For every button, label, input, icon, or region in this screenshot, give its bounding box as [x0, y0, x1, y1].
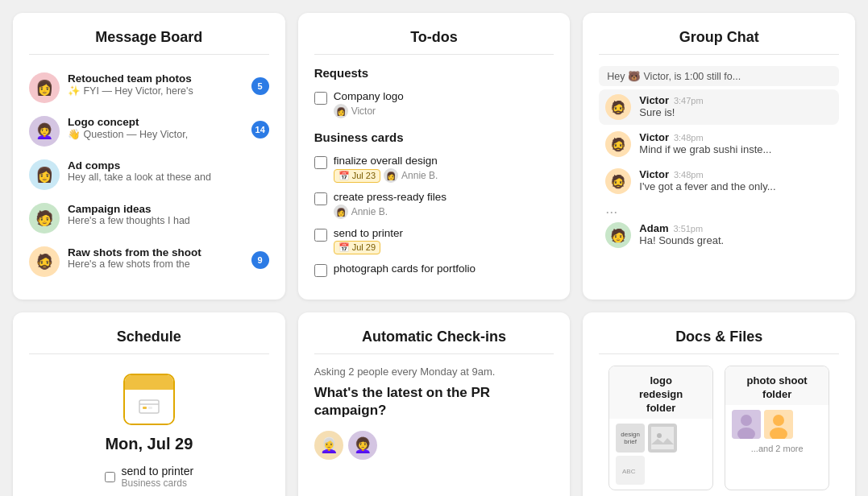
docs-files-card: Docs & Files logoredesignfolder designbr… — [583, 312, 855, 496]
todo-text: Company logo — [334, 90, 404, 102]
doc-card-logo[interactable]: logoredesignfolder designbrief — [608, 366, 713, 490]
msg-preview-retouched: ✨ FYI — Hey Victor, here's — [68, 85, 243, 97]
todo-meta: 📅 Jul 23👩Annie B. — [334, 168, 438, 183]
message-board-title: Message Board — [29, 29, 269, 46]
chat-name-2: Victor — [639, 168, 669, 180]
msg-content-adcomps: Ad comps Hey all, take a look at these a… — [68, 159, 269, 183]
todo-meta: 👩Annie B. — [334, 205, 446, 219]
schedule-title: Schedule — [29, 329, 269, 345]
checkins-title: Automatic Check-ins — [314, 329, 554, 345]
chat-time-0: 3:47pm — [674, 96, 704, 105]
svg-text:ABC: ABC — [622, 468, 636, 475]
todo-person-name: Annie B. — [401, 170, 438, 181]
todo-meta: 📅 Jul 29 — [334, 241, 403, 254]
chat-avatar-3: 🧑 — [605, 222, 631, 248]
chat-name-3: Adam — [639, 222, 668, 234]
svg-rect-4 — [651, 427, 674, 449]
chat-time-2: 3:48pm — [674, 170, 704, 180]
chat-message-0[interactable]: 🧔 Victor 3:47pm Sure is! — [599, 89, 839, 125]
todo-date: 📅 Jul 23 — [334, 169, 380, 183]
todo-text-group: Company logo 👩Victor — [334, 90, 404, 118]
msg-item-campaign[interactable]: 🧑 Campaign ideas Here's a few thoughts I… — [29, 196, 269, 240]
chat-info-0: Victor 3:47pm Sure is! — [639, 94, 833, 120]
todo-checkbox[interactable] — [314, 264, 327, 277]
msg-item-rawshots[interactable]: 🧔 Raw shots from the shoot Here's a few … — [29, 240, 269, 283]
chat-dots: ... — [599, 200, 839, 217]
msg-avatar-rawshots: 🧔 — [29, 246, 60, 277]
todo-text-group: create press-ready files 👩Annie B. — [334, 191, 446, 219]
svg-point-9 — [741, 415, 752, 426]
msg-title-adcomps: Ad comps — [68, 159, 269, 172]
chat-msg-3: Ha! Sounds great. — [639, 234, 833, 246]
doc-files-photoshoot — [725, 405, 829, 444]
msg-content-rawshots: Raw shots from the shoot Here's a few sh… — [68, 246, 243, 270]
chat-msg-2: I've got a fever and the only... — [639, 180, 833, 192]
doc-thumb-victor — [764, 410, 793, 439]
chat-list: 🧔 Victor 3:47pm Sure is! 🧔 Victor 3:48pm… — [599, 89, 839, 253]
msg-avatar-retouched: 👩 — [29, 72, 60, 103]
chat-top-message: Hey 🐻 Victor, is 1:00 still fo... — [599, 66, 839, 86]
group-chat-card: Group Chat Hey 🐻 Victor, is 1:00 still f… — [583, 13, 855, 300]
todo-item: send to printer 📅 Jul 29 — [314, 223, 554, 258]
msg-preview-rawshots: Here's a few shots from the — [68, 258, 243, 270]
doc-card-photoshoot[interactable]: photo shootfolder — [725, 366, 829, 490]
msg-title-campaign: Campaign ideas — [68, 203, 269, 215]
todo-checkbox[interactable] — [314, 192, 327, 205]
schedule-checkbox[interactable] — [105, 472, 115, 482]
msg-content-retouched: Retouched team photos ✨ FYI — Hey Victor… — [68, 72, 243, 97]
schedule-todo-text: send to printer — [122, 465, 194, 477]
msg-preview-logo: 👋 Question — Hey Victor, — [68, 128, 243, 140]
doc-more-count: ...and 2 more — [725, 444, 829, 460]
checkins-card: Automatic Check-ins Asking 2 people ever… — [298, 312, 571, 496]
chat-message-1[interactable]: 🧔 Victor 3:48pm Mind if we grab sushi in… — [599, 126, 839, 162]
todo-person-avatar: 👩 — [384, 168, 398, 183]
chat-avatar-2: 🧔 — [605, 168, 631, 194]
chat-message-3[interactable]: 🧑 Adam 3:51pm Ha! Sounds great. — [599, 217, 839, 253]
doc-files-logo: designbrief ABC — [609, 419, 712, 490]
todos-section-label: Business cards — [314, 130, 554, 144]
chat-message-2[interactable]: 🧔 Victor 3:48pm I've got a fever and the… — [599, 163, 839, 199]
main-grid: Message Board 👩 Retouched team photos ✨ … — [13, 13, 855, 496]
doc-thumb-design-brief: designbrief — [616, 424, 645, 453]
cal-body — [125, 390, 173, 424]
msg-badge-retouched: 5 — [251, 77, 269, 95]
todo-text-group: finalize overall design 📅 Jul 23👩Annie B… — [334, 155, 438, 183]
doc-image-icon — [651, 427, 674, 449]
message-list: 👩 Retouched team photos ✨ FYI — Hey Vict… — [29, 66, 269, 283]
todo-text: finalize overall design — [334, 155, 438, 167]
todo-person-name: Victor — [351, 105, 376, 117]
msg-badge-logo: 14 — [251, 121, 269, 138]
chat-avatar-0: 🧔 — [605, 94, 631, 120]
msg-title-logo: Logo concept — [68, 116, 243, 128]
msg-title-retouched: Retouched team photos — [68, 72, 243, 85]
checkin-avatars: 👩‍🦳 👩‍🦱 — [314, 431, 554, 460]
chat-info-3: Adam 3:51pm Ha! Sounds great. — [639, 222, 833, 248]
checkin-avatar-1: 👩‍🦳 — [314, 431, 343, 460]
todo-checkbox[interactable] — [314, 229, 327, 242]
todo-person-name: Annie B. — [351, 206, 388, 217]
chat-name-1: Victor — [639, 131, 669, 143]
svg-point-12 — [773, 415, 784, 426]
msg-item-retouched[interactable]: 👩 Retouched team photos ✨ FYI — Hey Vict… — [29, 66, 269, 110]
todo-item: Company logo 👩Victor — [314, 86, 554, 122]
todos-title: To-dos — [314, 29, 554, 46]
todo-meta: 👩Victor — [334, 104, 404, 118]
schedule-card: Schedule Mon, Jul 29 send to print — [13, 312, 285, 496]
msg-item-adcomps[interactable]: 👩 Ad comps Hey all, take a look at these… — [29, 153, 269, 196]
todo-text: photograph cards for portfolio — [334, 262, 476, 275]
chat-msg-0: Sure is! — [639, 106, 833, 118]
todo-person-avatar: 👩 — [334, 205, 348, 219]
todo-checkbox[interactable] — [314, 156, 327, 169]
todo-checkbox[interactable] — [314, 92, 327, 105]
msg-item-logo[interactable]: 👩‍🦱 Logo concept 👋 Question — Hey Victor… — [29, 110, 269, 153]
chat-header-1: Victor 3:48pm — [639, 131, 833, 143]
schedule-todo-details: send to printer Business cards — [122, 465, 194, 489]
chat-header-2: Victor 3:48pm — [639, 168, 833, 180]
chat-info-1: Victor 3:48pm Mind if we grab sushi inst… — [639, 131, 833, 157]
msg-avatar-adcomps: 👩 — [29, 159, 60, 190]
group-chat-title: Group Chat — [599, 29, 839, 46]
checkin-prompt: Asking 2 people every Monday at 9am. — [314, 366, 554, 378]
doc-anna-photo — [732, 410, 761, 439]
chat-time-3: 3:51pm — [673, 224, 703, 234]
todo-item: create press-ready files 👩Annie B. — [314, 187, 554, 223]
